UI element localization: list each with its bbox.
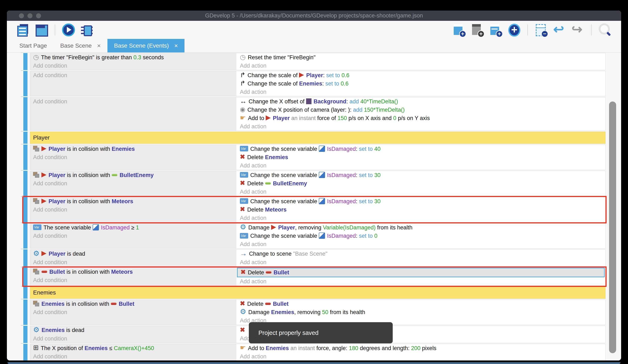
event-selection-bar[interactable]: [23, 97, 27, 131]
add-action-button[interactable]: Add action: [237, 258, 605, 266]
event-selection-bar[interactable]: [23, 344, 27, 361]
condition-line[interactable]: Player is in collision with Enemies: [30, 145, 236, 153]
event-group-header[interactable]: Player: [30, 132, 606, 144]
play-icon[interactable]: [62, 23, 75, 37]
condition-line[interactable]: The scene variable IsDamaged ≥ 1: [30, 223, 236, 232]
event-selection-bar[interactable]: [23, 267, 27, 286]
add-condition-button[interactable]: Add condition: [30, 97, 236, 106]
event-selection-bar[interactable]: [23, 300, 27, 325]
tab-base-scene-events-[interactable]: Base Scene (Events)×: [107, 39, 185, 53]
add-action-button[interactable]: Add action: [237, 122, 605, 131]
add-condition-button[interactable]: Add condition: [30, 61, 236, 70]
action-line[interactable]: Delete Meteors: [237, 205, 605, 214]
scene-list-icon[interactable]: [35, 23, 48, 37]
add-condition-button[interactable]: Add condition: [30, 308, 236, 316]
action-line[interactable]: Delete Enemies: [237, 153, 605, 161]
add-condition-button[interactable]: Add condition: [30, 352, 236, 361]
conditions-column[interactable]: Add condition: [30, 97, 237, 131]
event-selection-bar[interactable]: [23, 326, 27, 343]
add-condition-button[interactable]: Add condition: [30, 258, 236, 266]
add-subevent-icon[interactable]: [471, 23, 484, 37]
condition-line[interactable]: Player is dead: [30, 250, 236, 258]
add-action-button[interactable]: Add action: [237, 240, 605, 248]
action-line[interactable]: Delete Bullet: [237, 300, 605, 308]
condition-line[interactable]: Bullet is in collision with Meteors: [30, 268, 236, 276]
actions-column[interactable]: Change the scene variable IsDamaged: set…: [237, 145, 605, 170]
conditions-column[interactable]: Add condition: [30, 71, 237, 96]
event-selection-bar[interactable]: [23, 197, 27, 222]
event-row[interactable]: The scene variable IsDamaged ≥ 1Add cond…: [23, 223, 606, 248]
add-condition-button[interactable]: Add condition: [30, 205, 236, 214]
conditions-column[interactable]: Player is deadAdd condition: [30, 250, 237, 266]
add-something-icon[interactable]: [507, 23, 521, 37]
event-row[interactable]: Player is in collision with BulletEnemyA…: [23, 171, 606, 196]
add-action-button[interactable]: Add action: [237, 161, 605, 170]
undo-icon[interactable]: [553, 23, 566, 37]
event-group-row[interactable]: Enemies: [23, 287, 606, 299]
add-action-button[interactable]: Add action: [237, 88, 605, 96]
conditions-column[interactable]: The scene variable IsDamaged ≥ 1Add cond…: [30, 223, 237, 248]
action-line[interactable]: Add to Enemies an instant force, angle: …: [237, 344, 605, 352]
action-line[interactable]: Change the scene variable IsDamaged: set…: [237, 145, 605, 153]
actions-column[interactable]: Change the scale of Player: set to 0.6Ch…: [237, 71, 605, 96]
action-line[interactable]: Damage Player, removing Variable(IsDamag…: [237, 223, 605, 232]
add-action-button[interactable]: Add action: [237, 61, 605, 70]
event-group-row[interactable]: Player: [23, 132, 606, 144]
event-row[interactable]: Player is in collision with EnemiesAdd c…: [23, 145, 606, 170]
action-line[interactable]: Change the scene variable IsDamaged: set…: [237, 197, 605, 205]
action-line[interactable]: Change the X offset of Background: add 4…: [237, 97, 605, 106]
add-condition-button[interactable]: Add condition: [30, 334, 236, 343]
event-selection-bar[interactable]: [23, 53, 27, 70]
event-selection-bar[interactable]: [23, 145, 27, 170]
tab-close-icon[interactable]: ×: [174, 42, 178, 49]
conditions-column[interactable]: The timer "FireBegin" is greater than 0.…: [30, 53, 237, 70]
action-line[interactable]: Change the scale of Player: set to 0.6: [237, 71, 605, 79]
condition-line[interactable]: The timer "FireBegin" is greater than 0.…: [30, 53, 236, 61]
event-selection-bar[interactable]: [23, 171, 27, 196]
action-line[interactable]: Add to Player an instant force of 150 p/…: [237, 114, 605, 122]
event-row[interactable]: The timer "FireBegin" is greater than 0.…: [23, 53, 606, 70]
search-icon[interactable]: [598, 23, 612, 37]
event-selection-bar[interactable]: [23, 287, 27, 299]
event-row[interactable]: Player is in collision with MeteorsAdd c…: [23, 197, 606, 222]
add-action-button[interactable]: Add action: [237, 214, 605, 222]
zoom-window-button[interactable]: [36, 13, 41, 18]
condition-line[interactable]: The X position of Enemies ≤ CameraX()+45…: [30, 344, 236, 352]
actions-column[interactable]: Change to scene "Base Scene"Add action: [237, 250, 605, 266]
conditions-column[interactable]: Player is in collision with EnemiesAdd c…: [30, 145, 237, 170]
close-window-button[interactable]: [19, 13, 24, 18]
condition-line[interactable]: Player is in collision with Meteors: [30, 197, 236, 205]
conditions-column[interactable]: The X position of Enemies ≤ CameraX()+45…: [30, 344, 237, 361]
conditions-column[interactable]: Bullet is in collision with MeteorsAdd c…: [30, 268, 237, 286]
event-selection-bar[interactable]: [23, 223, 27, 248]
conditions-column[interactable]: Enemies is in collision with BulletAdd c…: [30, 300, 237, 325]
add-condition-button[interactable]: Add condition: [30, 71, 236, 79]
add-condition-button[interactable]: Add condition: [30, 179, 236, 188]
event-selection-bar[interactable]: [23, 132, 27, 144]
vertical-scrollbar-thumb[interactable]: [609, 102, 616, 353]
event-group-header[interactable]: Enemies: [30, 287, 606, 299]
event-row[interactable]: Add conditionChange the X offset of Back…: [23, 97, 606, 131]
add-action-button[interactable]: Add action: [237, 352, 605, 361]
action-line[interactable]: Delete Bullet: [237, 268, 605, 277]
event-selection-bar[interactable]: [23, 249, 27, 266]
actions-column[interactable]: Change the scene variable IsDamaged: set…: [237, 171, 605, 196]
conditions-column[interactable]: Enemies is deadAdd condition: [30, 326, 237, 343]
add-comment-icon[interactable]: [489, 23, 502, 37]
actions-column[interactable]: Change the scene variable IsDamaged: set…: [237, 197, 605, 222]
debug-icon[interactable]: [80, 23, 93, 37]
actions-column[interactable]: Add to Enemies an instant force, angle: …: [237, 344, 605, 361]
event-row[interactable]: Add conditionChange the scale of Player:…: [23, 71, 606, 96]
add-condition-button[interactable]: Add condition: [30, 276, 236, 284]
action-line[interactable]: Delete BulletEnemy: [237, 179, 605, 188]
tab-close-icon[interactable]: ×: [97, 42, 101, 49]
condition-line[interactable]: Enemies is in collision with Bullet: [30, 300, 236, 308]
action-line[interactable]: Reset the timer "FireBegin": [237, 53, 605, 61]
delete-event-icon[interactable]: [535, 23, 548, 37]
actions-column[interactable]: Delete BulletDamage Enemies, removing 50…: [237, 300, 605, 325]
tab-start-page[interactable]: Start Page: [13, 39, 54, 53]
project-manager-icon[interactable]: [16, 23, 30, 37]
tab-base-scene[interactable]: Base Scene×: [54, 39, 107, 53]
actions-column[interactable]: Delete BulletAdd action: [237, 268, 605, 286]
add-condition-button[interactable]: Add condition: [30, 153, 236, 161]
